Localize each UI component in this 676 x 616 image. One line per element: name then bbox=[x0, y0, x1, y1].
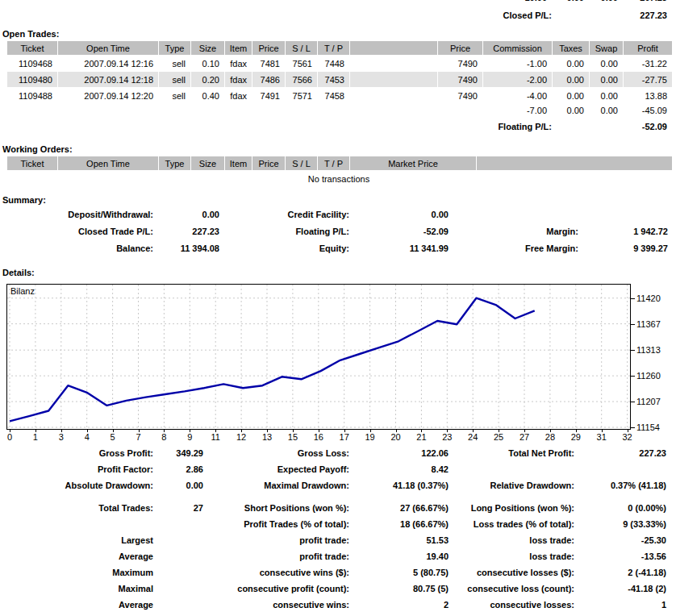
header-cell-price: Price bbox=[438, 41, 482, 55]
header-cell-sl: S / L bbox=[286, 41, 317, 55]
y-axis-label: 11367 bbox=[636, 319, 672, 329]
header-cell-ticket: Ticket bbox=[7, 156, 57, 170]
y-axis-tick bbox=[631, 324, 635, 325]
cell-sl: 7561 bbox=[286, 56, 317, 71]
cell-commission: -1.00 bbox=[483, 56, 552, 71]
x-axis-label: 21 bbox=[409, 432, 433, 442]
working-orders-table: TicketOpen TimeTypeSizeItemPriceS / LT /… bbox=[6, 156, 673, 171]
header-cell-profit: Profit bbox=[624, 41, 672, 55]
header-cell-item: Item bbox=[225, 156, 252, 170]
details-label-1: Maximal bbox=[0, 584, 153, 593]
summary-value-3: 9 399.27 bbox=[490, 243, 668, 253]
details-value-3: 9 (33.33%) bbox=[489, 519, 666, 529]
no-transactions-text: No transactions bbox=[6, 174, 671, 184]
table-header-row: TicketOpen TimeTypeSizeItemPriceS / LT /… bbox=[7, 156, 672, 170]
cell-size: 0.40 bbox=[191, 88, 224, 103]
header-cell-open-price: Price bbox=[252, 41, 285, 55]
cell-open-price: 7491 bbox=[252, 88, 285, 103]
header-cell-sl: S / L bbox=[286, 156, 317, 170]
open-trades-title: Open Trades: bbox=[2, 29, 59, 39]
header-cell-ticket: Ticket bbox=[7, 41, 57, 55]
cell-swap: 0.00 bbox=[590, 72, 623, 87]
x-axis-label: 11 bbox=[203, 432, 227, 442]
details-label-1: Largest bbox=[0, 535, 153, 545]
open-trades-table: TicketOpen TimeTypeSizeItemPriceS / LT /… bbox=[6, 40, 673, 104]
working-orders-title: Working Orders: bbox=[2, 144, 73, 154]
cell-ticket: 1109468 bbox=[7, 56, 57, 71]
cell-tp: 7458 bbox=[318, 88, 349, 103]
summary-value-2: 0.00 bbox=[271, 210, 449, 219]
cell-ticket: 1109488 bbox=[7, 88, 57, 103]
balance-chart-canvas bbox=[7, 285, 630, 429]
balance-line bbox=[10, 298, 535, 422]
cell-taxes: 0.00 bbox=[553, 56, 589, 71]
x-axis-label: 12 bbox=[229, 432, 253, 442]
y-axis-label: 11420 bbox=[636, 293, 672, 303]
details-label-1: Average bbox=[0, 551, 153, 561]
cell-sl: 7566 bbox=[286, 72, 317, 87]
cell-price: 7490 bbox=[438, 72, 482, 87]
chart-legend-bilanz: Bilanz bbox=[10, 286, 35, 296]
y-axis-tick bbox=[631, 402, 635, 402]
header-cell-swap: Swap bbox=[590, 41, 623, 55]
cell-item: fdax bbox=[225, 72, 252, 87]
header-cell-type: Type bbox=[159, 156, 190, 170]
y-axis-label: 11260 bbox=[636, 371, 672, 381]
header-cell-size: Size bbox=[191, 156, 224, 170]
x-axis-label: 24 bbox=[461, 432, 485, 442]
header-cell-market-price: Market Price bbox=[350, 156, 476, 170]
x-axis-label: 3 bbox=[49, 432, 73, 442]
x-axis-label: 9 bbox=[177, 432, 202, 442]
cell-spacer bbox=[350, 72, 437, 87]
cell-spacer bbox=[350, 56, 437, 71]
x-axis-label: 20 bbox=[384, 432, 408, 442]
x-axis-label: 25 bbox=[486, 432, 511, 442]
mt4-trade-statement: { "colors": { "header_bg": "#c0c0c0", "r… bbox=[0, 0, 676, 616]
details-value-3: 227.23 bbox=[489, 448, 666, 458]
details-value-3: 0.37% (41.18) bbox=[489, 481, 666, 490]
header-cell-item: Item bbox=[225, 41, 252, 55]
table-header-row: TicketOpen TimeTypeSizeItemPriceS / LT /… bbox=[7, 41, 672, 55]
x-axis-label: 1 bbox=[23, 432, 48, 442]
cell-size: 0.10 bbox=[191, 56, 224, 71]
header-cell-tp: T / P bbox=[318, 156, 349, 170]
x-axis-label: 4 bbox=[75, 432, 99, 442]
details-title: Details: bbox=[2, 268, 35, 277]
x-axis-label: 5 bbox=[101, 432, 125, 442]
cell-open-price: 7481 bbox=[252, 56, 285, 71]
y-axis-tick bbox=[631, 298, 635, 299]
header-cell-type: Type bbox=[159, 41, 190, 55]
x-axis-label: 16 bbox=[307, 432, 331, 442]
header-cell-spacer bbox=[350, 41, 437, 55]
cell-open-time: 2007.09.14 12:20 bbox=[58, 88, 158, 103]
details-value-3: -41.18 (2) bbox=[489, 584, 666, 593]
x-axis-label: 29 bbox=[564, 432, 588, 442]
details-value-3: 0 (0.00%) bbox=[489, 503, 666, 513]
cell-profit: -31.22 bbox=[624, 56, 672, 71]
cell-taxes: 0.00 bbox=[553, 72, 589, 87]
floating-pl-label: Floating P/L: bbox=[455, 122, 552, 131]
closed-pl-value: 227.23 bbox=[595, 10, 667, 20]
cell-spacer bbox=[350, 88, 437, 103]
y-axis-tick bbox=[631, 376, 635, 377]
cell-open-time: 2007.09.14 12:16 bbox=[58, 56, 158, 71]
cell-type: sell bbox=[159, 72, 190, 87]
floating-pl-value: -52.09 bbox=[595, 122, 667, 131]
summary-value-3: 1 942.72 bbox=[490, 227, 668, 236]
header-cell-commission: Commission bbox=[483, 41, 552, 55]
cell-swap: 0.00 bbox=[590, 56, 623, 71]
cell-price: 7490 bbox=[438, 88, 482, 103]
header-cell-price: Price bbox=[252, 156, 285, 170]
details-label-1: Maximum bbox=[0, 568, 153, 577]
cell-profit: -27.75 bbox=[624, 72, 672, 87]
x-axis-label: 23 bbox=[435, 432, 459, 442]
closed-totals-profit: 207.23 bbox=[611, 0, 667, 2]
cell-item: fdax bbox=[225, 88, 252, 103]
details-value-3: -13.56 bbox=[489, 551, 666, 561]
cell-taxes: 0.00 bbox=[553, 88, 589, 103]
header-cell-spacer bbox=[477, 156, 672, 170]
cell-commission: -2.00 bbox=[483, 72, 552, 87]
table-row: 11094802007.09.14 12:18sell0.20fdax74867… bbox=[7, 72, 672, 87]
cell-sl: 7571 bbox=[286, 88, 317, 103]
cell-item: fdax bbox=[225, 56, 252, 71]
